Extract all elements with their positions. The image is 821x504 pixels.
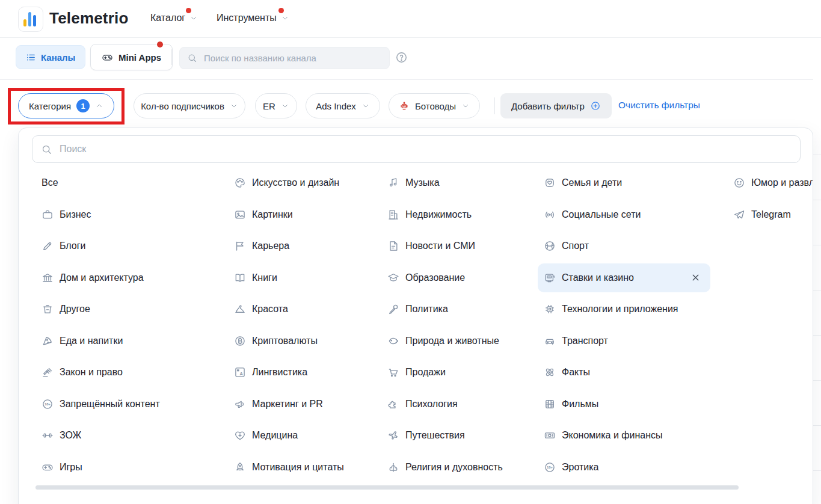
filter-pill-ads-index[interactable]: Ads Index: [306, 93, 380, 118]
category-grid: ВсеБизнесБлогиДом и архитектураДругоеЕда…: [19, 167, 813, 483]
add-filter-button[interactable]: Добавить фильтр: [500, 93, 612, 118]
category-option[interactable]: Новости и СМИ: [387, 230, 503, 262]
category-option[interactable]: Социальные сети: [544, 199, 710, 231]
category-option[interactable]: Еда и напитки: [42, 325, 160, 357]
category-option[interactable]: Спорт: [544, 230, 710, 262]
category-option[interactable]: 18+Запрещённый контент: [42, 389, 160, 420]
nav-catalog[interactable]: Каталог: [150, 13, 198, 23]
gamepad-icon: [42, 461, 54, 473]
category-search-field[interactable]: [32, 135, 801, 163]
category-option[interactable]: Природа и животные: [387, 325, 503, 357]
smiley-icon: [733, 177, 745, 189]
category-option-label: Запрещённый контент: [60, 399, 160, 410]
category-option[interactable]: Юмор и развлечения: [733, 167, 813, 199]
category-option-label: Другое: [60, 304, 90, 315]
horizontal-scrollbar[interactable]: [35, 485, 739, 490]
category-option[interactable]: Продажи: [387, 357, 503, 389]
clear-filters-link[interactable]: Очистить фильтры: [618, 100, 700, 111]
category-option-label: Картинки: [252, 209, 293, 220]
category-option[interactable]: Игры: [42, 452, 160, 484]
filter-pill-label: Ads Index: [316, 101, 356, 111]
category-option[interactable]: Красота: [234, 293, 344, 325]
category-option[interactable]: Другое: [42, 293, 160, 325]
category-option[interactable]: Музыка: [387, 167, 503, 199]
background-table-strip: [813, 110, 821, 504]
filter-category-pill[interactable]: Категория 1: [18, 93, 114, 118]
logo-bar-yellow: [23, 19, 26, 26]
help-icon[interactable]: [395, 51, 408, 64]
atom-icon: [544, 366, 556, 378]
filter-divider: [494, 97, 495, 114]
filter-pill-er[interactable]: ER: [255, 93, 297, 118]
category-option[interactable]: Бизнес: [42, 199, 160, 231]
chevron-down-icon: [281, 102, 289, 110]
category-option[interactable]: Фильмы: [544, 389, 710, 420]
filter-pill-label: ER: [263, 101, 275, 111]
category-option[interactable]: Закон и право: [42, 357, 160, 389]
category-option[interactable]: Семья и дети: [544, 167, 710, 199]
category-option-label: Карьера: [252, 241, 289, 251]
category-option[interactable]: AЛингвистика: [234, 357, 344, 389]
category-option-selected[interactable]: Ставки и казино: [538, 263, 710, 292]
category-option-label: Спорт: [562, 241, 589, 251]
rocket-icon: [234, 461, 246, 473]
palette-icon: [234, 177, 246, 189]
category-option[interactable]: Блоги: [42, 230, 160, 262]
category-option-label: Психология: [405, 399, 458, 410]
channel-search-field[interactable]: [179, 47, 390, 69]
realty-icon: [387, 209, 399, 221]
category-option[interactable]: Криптовалюты: [234, 325, 344, 357]
brand-title[interactable]: Telemetrio: [49, 9, 129, 28]
category-option[interactable]: Все: [42, 167, 160, 199]
filter-pill-кол-во-подписчиков[interactable]: Кол-во подписчиков: [134, 93, 245, 118]
category-option-label: Музыка: [405, 177, 440, 188]
category-option[interactable]: Мотивация и цитаты: [234, 452, 344, 484]
18plus-icon: 18+: [544, 461, 556, 473]
flag-icon: [234, 240, 246, 252]
category-option[interactable]: Карьера: [234, 230, 344, 262]
chevron-down-icon: [189, 14, 198, 22]
heel-icon: [234, 303, 246, 315]
close-icon[interactable]: [690, 272, 701, 283]
category-option[interactable]: Путешествия: [387, 420, 503, 452]
category-option[interactable]: Психология: [387, 389, 503, 420]
channel-search-input[interactable]: [203, 52, 382, 64]
category-option[interactable]: Маркетинг и PR: [234, 389, 344, 420]
category-option[interactable]: Недвижимость: [387, 199, 503, 231]
category-search-input[interactable]: [58, 143, 792, 155]
category-option[interactable]: Медицина: [234, 420, 344, 452]
filter-pill-label: Кол-во подписчиков: [141, 101, 224, 111]
robot-icon: [399, 100, 410, 111]
category-option[interactable]: Транспорт: [544, 325, 710, 357]
nav-catalog-label: Каталог: [150, 13, 185, 23]
category-option-label: Ставки и казино: [562, 272, 634, 283]
category-option-label: Эротика: [562, 462, 598, 473]
nav-tools[interactable]: Инструменты: [217, 13, 289, 23]
search-icon: [41, 144, 52, 155]
category-option[interactable]: Книги: [234, 262, 344, 294]
briefcase-icon: [42, 209, 54, 221]
category-option[interactable]: Технологии и приложения: [544, 293, 710, 325]
pizza-icon: [42, 335, 54, 347]
category-option[interactable]: Telegram: [733, 199, 813, 231]
telegram-icon: [733, 209, 745, 221]
category-option[interactable]: Политика: [387, 293, 503, 325]
category-option[interactable]: Факты: [544, 357, 710, 389]
category-option[interactable]: Искусство и дизайн: [234, 167, 344, 199]
category-option[interactable]: Картинки: [234, 199, 344, 231]
filter-pill-ботоводы[interactable]: Ботоводы: [389, 93, 480, 118]
chevron-down-icon: [281, 14, 289, 22]
category-option[interactable]: 18+Эротика: [544, 452, 710, 484]
plus-circle-icon: [590, 100, 601, 111]
list-icon: [26, 52, 36, 63]
category-option[interactable]: Религия и духовность: [387, 452, 503, 484]
category-option-label: Искусство и дизайн: [252, 177, 339, 188]
category-option[interactable]: Образование: [387, 262, 503, 294]
category-option[interactable]: Экономика и финансы: [544, 420, 710, 452]
category-option-label: Медицина: [252, 430, 298, 441]
category-option[interactable]: ЗОЖ: [42, 420, 160, 452]
telemetrio-logo-icon[interactable]: [18, 7, 43, 32]
category-option[interactable]: Дом и архитектура: [42, 262, 160, 294]
tab-mini-apps[interactable]: Mini Apps: [90, 44, 173, 70]
tab-channels[interactable]: Каналы: [16, 45, 85, 69]
